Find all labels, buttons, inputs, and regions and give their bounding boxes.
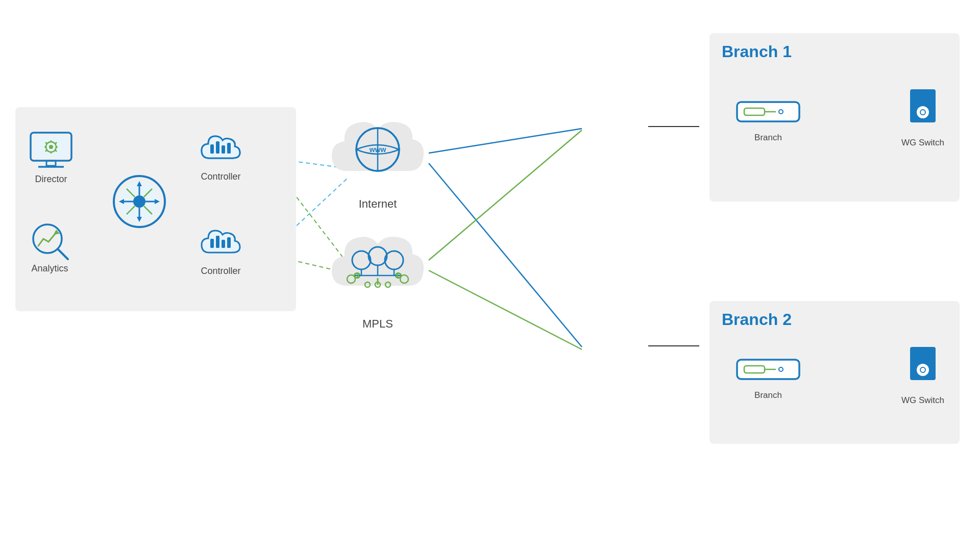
mpls-cloud-icon [327,230,429,311]
branch1-router-icon [735,94,801,128]
internet-label: Internet [327,197,429,211]
svg-line-9 [429,163,582,347]
svg-point-78 [917,106,929,118]
branch2-switch-label: WG Switch [901,395,944,406]
analytics-label: Analytics [28,263,71,274]
svg-point-85 [917,364,929,376]
branch1-switch-block: WG Switch [901,87,944,148]
branch2-title: Branch 2 [709,301,960,329]
svg-text:www: www [369,145,386,154]
svg-rect-51 [227,237,231,248]
svg-rect-49 [216,236,219,248]
branch2-box: Branch 2 Branch WG Switch [709,301,960,444]
controller2-label: Controller [199,266,242,277]
svg-rect-46 [222,145,225,154]
controller1-icon [199,130,242,168]
mpls-cloud-block: MPLS [327,230,429,331]
svg-rect-50 [222,240,225,248]
internet-cloud-block: www Internet [327,110,429,211]
svg-line-11 [429,270,582,349]
diagram-container: Director Analytics [0,0,980,551]
branch2-switch-icon [905,344,941,390]
analytics-icon [28,219,71,260]
svg-rect-45 [216,141,219,154]
controller1-label: Controller [199,171,242,182]
controller1-block: Controller [199,130,242,182]
branch1-box: Branch 1 Branch WG Switch [709,33,960,202]
controller2-block: Controller [199,224,242,277]
branch1-switch-label: WG Switch [901,138,944,148]
director-label: Director [28,174,74,185]
controller2-icon [199,224,242,263]
director-icon [28,130,74,171]
svg-line-8 [429,129,582,153]
svg-line-29 [58,249,68,259]
branch1-title: Branch 1 [709,33,960,61]
svg-rect-44 [210,144,214,154]
branch1-switch-icon [905,87,941,133]
svg-rect-16 [46,161,56,166]
orchestrator-icon [111,173,167,230]
analytics-block: Analytics [28,219,71,274]
branch2-router-icon [735,352,801,385]
svg-rect-47 [227,143,231,154]
internet-cloud-icon: www [327,110,429,191]
branch1-device-block: Branch [735,94,801,143]
branch1-device-label: Branch [735,133,801,143]
director-block: Director [28,130,74,185]
svg-line-10 [429,130,582,260]
svg-point-19 [49,145,53,149]
branch2-device-label: Branch [735,390,801,400]
svg-point-39 [133,195,145,208]
branch2-device-block: Branch [735,352,801,400]
svg-rect-48 [210,239,214,248]
orchestrator-block [111,173,167,232]
mpls-label: MPLS [327,317,429,331]
branch2-switch-block: WG Switch [901,344,944,406]
